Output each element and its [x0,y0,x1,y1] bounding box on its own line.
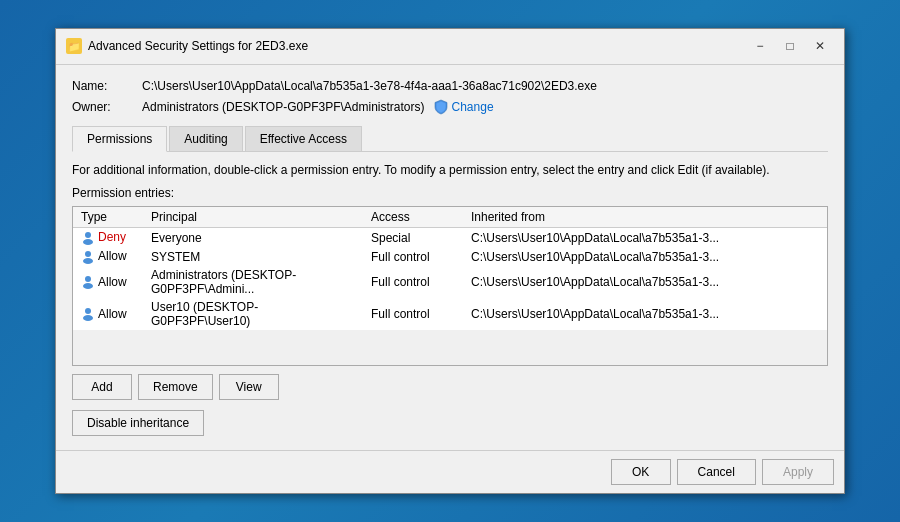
disable-inheritance-row: Disable inheritance [72,410,828,436]
table-row[interactable]: DenyEveryoneSpecialC:\Users\User10\AppDa… [73,228,827,247]
row-access-cell: Full control [363,266,463,298]
row-inherited-cell: C:\Users\User10\AppData\Local\a7b535a1-3… [463,266,827,298]
row-access-cell: Full control [363,247,463,266]
tab-effective-access[interactable]: Effective Access [245,126,362,152]
change-label: Change [452,100,494,114]
name-row: Name: C:\Users\User10\AppData\Local\a7b5… [72,79,828,93]
maximize-button[interactable]: □ [776,35,804,57]
tabs-container: Permissions Auditing Effective Access [72,125,828,152]
main-window: 📁 Advanced Security Settings for 2ED3.ex… [55,28,845,495]
row-inherited-cell: C:\Users\User10\AppData\Local\a7b535a1-3… [463,247,827,266]
svg-point-1 [83,239,93,245]
svg-point-6 [85,308,91,314]
tab-auditing[interactable]: Auditing [169,126,242,152]
row-type-cell: Allow [73,298,143,330]
header-principal: Principal [143,207,363,228]
name-value: C:\Users\User10\AppData\Local\a7b535a1-3… [142,79,597,93]
table-row[interactable]: AllowSYSTEMFull controlC:\Users\User10\A… [73,247,827,266]
shield-icon [433,99,449,115]
add-button[interactable]: Add [72,374,132,400]
row-principal-cell: User10 (DESKTOP-G0PF3PF\User10) [143,298,363,330]
tab-permissions[interactable]: Permissions [72,126,167,152]
row-inherited-cell: C:\Users\User10\AppData\Local\a7b535a1-3… [463,298,827,330]
row-principal-cell: Administrators (DESKTOP-G0PF3PF\Admini..… [143,266,363,298]
svg-point-2 [85,251,91,257]
table-row[interactable]: AllowAdministrators (DESKTOP-G0PF3PF\Adm… [73,266,827,298]
row-inherited-cell: C:\Users\User10\AppData\Local\a7b535a1-3… [463,228,827,247]
action-buttons: Add Remove View [72,374,828,400]
row-principal-cell: SYSTEM [143,247,363,266]
owner-label: Owner: [72,100,142,114]
close-button[interactable]: ✕ [806,35,834,57]
window-title: Advanced Security Settings for 2ED3.exe [88,39,308,53]
minimize-button[interactable]: − [746,35,774,57]
disable-inheritance-button[interactable]: Disable inheritance [72,410,204,436]
cancel-button[interactable]: Cancel [677,459,756,485]
table-header-row: Type Principal Access Inherited from [73,207,827,228]
header-inherited: Inherited from [463,207,827,228]
apply-button[interactable]: Apply [762,459,834,485]
header-access: Access [363,207,463,228]
name-label: Name: [72,79,142,93]
bottom-buttons: OK Cancel Apply [56,450,844,493]
svg-point-4 [85,276,91,282]
row-type-cell: Allow [73,247,143,266]
view-button[interactable]: View [219,374,279,400]
row-type-cell: Deny [73,228,143,247]
row-type-cell: Allow [73,266,143,298]
title-bar: 📁 Advanced Security Settings for 2ED3.ex… [56,29,844,65]
row-access-cell: Special [363,228,463,247]
header-type: Type [73,207,143,228]
owner-value: Administrators (DESKTOP-G0PF3PF\Administ… [142,100,425,114]
window-icon: 📁 [66,38,82,54]
title-bar-left: 📁 Advanced Security Settings for 2ED3.ex… [66,38,308,54]
section-label: Permission entries: [72,186,828,200]
remove-button[interactable]: Remove [138,374,213,400]
row-principal-cell: Everyone [143,228,363,247]
svg-point-3 [83,258,93,264]
ok-button[interactable]: OK [611,459,671,485]
svg-point-0 [85,232,91,238]
table-row[interactable]: AllowUser10 (DESKTOP-G0PF3PF\User10)Full… [73,298,827,330]
owner-row: Owner: Administrators (DESKTOP-G0PF3PF\A… [72,99,828,115]
row-access-cell: Full control [363,298,463,330]
permission-table-container[interactable]: Type Principal Access Inherited from Den… [72,206,828,366]
permission-table: Type Principal Access Inherited from Den… [73,207,827,330]
title-controls: − □ ✕ [746,35,834,57]
content-area: Name: C:\Users\User10\AppData\Local\a7b5… [56,65,844,451]
svg-point-5 [83,283,93,289]
change-link[interactable]: Change [433,99,494,115]
svg-point-7 [83,315,93,321]
info-text: For additional information, double-click… [72,162,828,179]
